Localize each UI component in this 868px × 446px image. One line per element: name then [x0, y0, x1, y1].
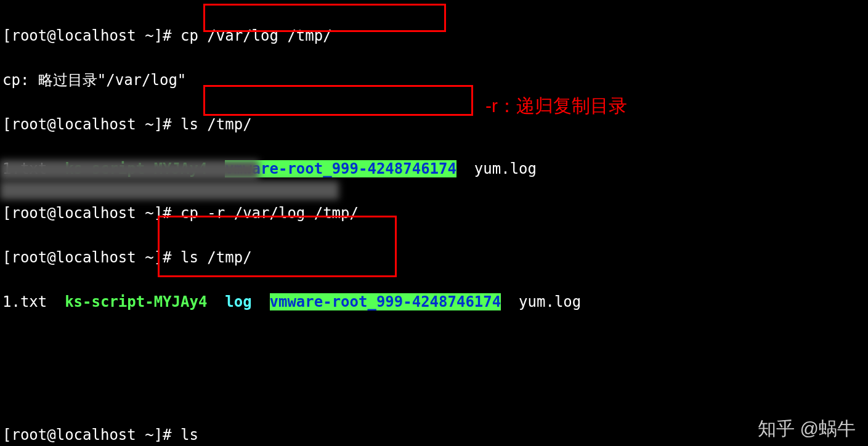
prompt: [root@localhost ~]#	[2, 426, 180, 444]
terminal[interactable]: [root@localhost ~]# cp /var/log /tmp/ cp…	[0, 0, 868, 446]
line-7: 1.txt ks-script-MYJAy4 log vmware-root_9…	[2, 291, 868, 313]
blurred-region-2	[0, 181, 339, 200]
line-3: [root@localhost ~]# ls /tmp/	[2, 113, 868, 136]
line-9-blurred	[2, 379, 868, 402]
line-2: cp: 略过目录"/var/log"	[2, 69, 868, 91]
prompt: [root@localhost ~]#	[2, 116, 180, 133]
cmd-cp-r: cp -r /var/log /tmp/	[180, 205, 359, 222]
cmd-cp: cp /var/log /tmp/	[180, 27, 332, 44]
line-6: [root@localhost ~]# ls /tmp/	[2, 246, 868, 269]
dir-vmware-root: vmware-root_999-4248746174	[225, 160, 456, 177]
line-10: [root@localhost ~]# ls	[2, 424, 868, 446]
watermark: 知乎 @蜗牛	[758, 418, 856, 440]
annotation-text: -r：递归复制目录	[485, 95, 627, 117]
line-4: 1.txt ks-script-MYJAy4 vmware-root_999-4…	[2, 158, 868, 180]
dir-log: log	[225, 293, 251, 310]
prompt: [root@localhost ~]#	[2, 249, 180, 266]
prompt: [root@localhost ~]#	[2, 27, 180, 44]
dir-vmware-root: vmware-root_999-4248746174	[270, 293, 501, 310]
file-ks-script: ks-script-MYJAy4	[65, 293, 207, 310]
line-1: [root@localhost ~]# cp /var/log /tmp/	[2, 25, 868, 47]
cmd-ls: ls	[180, 426, 198, 444]
line-8-blurred	[2, 335, 868, 357]
file-ks-script: ks-script-MYJAy4	[65, 160, 207, 177]
prompt: [root@localhost ~]#	[2, 205, 180, 222]
cmd-ls-tmp-2: ls /tmp/	[180, 249, 252, 266]
line-5: [root@localhost ~]# cp -r /var/log /tmp/	[2, 202, 868, 224]
cmd-ls-tmp: ls /tmp/	[180, 116, 252, 133]
